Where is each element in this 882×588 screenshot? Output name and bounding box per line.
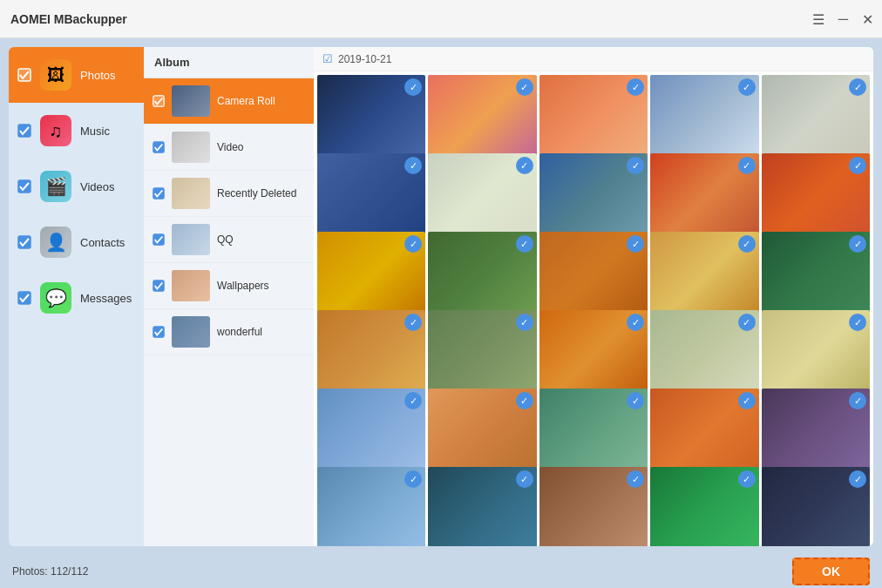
photo-cell[interactable]: ✓ [650,232,758,322]
main-container: 🖼 Photos ♫ Music 🎬 Videos 👤 Contacts [0,38,882,555]
album-item-camera-roll[interactable]: Camera Roll [144,78,314,125]
photo-grid-panel: ☑ 2019-10-21 ✓ ✓ ✓ ✓ ✓ ✓ ✓ ✓ [314,47,873,546]
photo-check-badge: ✓ [738,314,756,331]
photo-cell[interactable]: ✓ [317,389,425,479]
album-panel-header: Album [144,47,314,78]
photo-cell[interactable]: ✓ [539,232,648,322]
photo-check-badge: ✓ [516,392,533,409]
album-item-qq[interactable]: QQ [144,217,314,263]
photo-check-badge: ✓ [738,78,756,96]
photo-check-badge: ✓ [738,470,756,488]
photo-cell[interactable]: ✓ [762,467,870,546]
album-check-icon [153,95,165,107]
photo-cell[interactable]: ✓ [762,153,870,244]
album-check-icon [153,326,165,338]
photo-cell[interactable]: ✓ [650,310,758,401]
photo-cell[interactable]: ✓ [428,389,536,479]
app-title: AOMEI MBackupper [10,12,127,26]
sidebar-check-icon [17,235,31,249]
album-name-wallpapers: Wallpapers [217,280,305,292]
photo-cell[interactable]: ✓ [428,232,536,322]
photo-cell[interactable]: ✓ [317,232,425,322]
photo-grid: ✓ ✓ ✓ ✓ ✓ ✓ ✓ ✓ ✓ ✓ [314,71,873,546]
sidebar-item-photos[interactable]: 🖼 Photos [9,47,144,103]
photo-cell[interactable]: ✓ [539,75,648,166]
album-panel: Album Camera Roll Video Recently Deleted [144,47,314,546]
photo-cell[interactable]: ✓ [650,389,758,479]
photo-cell[interactable]: ✓ [428,467,536,546]
photo-cell[interactable]: ✓ [539,389,648,479]
status-text: Photos: 112/112 [12,565,88,578]
date-check-icon: ☑ [322,52,333,65]
close-button[interactable]: ✕ [862,10,873,27]
sidebar-item-icon-contacts: 👤 [40,226,71,258]
sidebar-item-label-videos: Videos [80,180,115,193]
photo-check-badge: ✓ [849,392,866,409]
sidebar-item-messages[interactable]: 💬 Messages [9,270,144,326]
photo-cell[interactable]: ✓ [539,467,648,546]
sidebar-check-icon [17,291,31,305]
photo-check-badge: ✓ [738,157,756,174]
sidebar-check-icon [17,68,31,82]
sidebar-check-icon [17,179,31,193]
sidebar: 🖼 Photos ♫ Music 🎬 Videos 👤 Contacts [9,47,144,546]
album-thumb-qq [172,224,210,255]
date-header: ☑ 2019-10-21 [314,47,873,71]
album-item-wallpapers[interactable]: Wallpapers [144,263,314,309]
photo-check-badge: ✓ [849,78,866,96]
minimize-button[interactable]: ─ [838,11,848,27]
album-name-camera-roll: Camera Roll [217,95,305,107]
sidebar-check-icon [17,124,31,138]
photo-cell[interactable]: ✓ [762,75,870,166]
sidebar-item-icon-videos: 🎬 [40,171,71,202]
album-name-qq: QQ [217,233,305,246]
album-name-wonderful: wonderful [217,326,305,338]
sidebar-item-label-photos: Photos [80,69,115,82]
photo-cell[interactable]: ✓ [317,75,425,166]
album-name-recently-deleted: Recently Deleted [217,187,305,199]
photo-check-badge: ✓ [849,157,866,174]
photo-cell[interactable]: ✓ [317,153,425,244]
date-label: 2019-10-21 [338,53,391,65]
photo-cell[interactable]: ✓ [428,153,536,244]
album-item-recently-deleted[interactable]: Recently Deleted [144,171,314,217]
photo-check-badge: ✓ [516,470,533,488]
sidebar-item-icon-messages: 💬 [40,282,71,314]
sidebar-item-icon-photos: 🖼 [40,59,71,91]
sidebar-item-label-contacts: Contacts [80,236,125,249]
photo-cell[interactable]: ✓ [428,310,536,401]
photo-check-badge: ✓ [849,470,866,488]
photo-check-badge: ✓ [516,314,533,331]
photo-cell[interactable]: ✓ [428,75,536,166]
photo-check-badge: ✓ [516,157,533,174]
status-bar: Photos: 112/112 OK [0,555,882,588]
photo-cell[interactable]: ✓ [539,153,648,244]
album-item-wonderful[interactable]: wonderful [144,309,314,355]
photo-cell[interactable]: ✓ [762,310,870,401]
photo-check-badge: ✓ [516,78,533,96]
photo-cell[interactable]: ✓ [650,467,758,546]
album-item-video[interactable]: Video [144,125,314,171]
album-name-video: Video [217,141,305,153]
photo-check-badge: ✓ [849,235,866,253]
album-check-icon [153,141,165,153]
sidebar-item-contacts[interactable]: 👤 Contacts [9,214,144,270]
sidebar-item-videos[interactable]: 🎬 Videos [9,159,144,214]
sidebar-item-music[interactable]: ♫ Music [9,103,144,159]
album-check-icon [153,187,165,199]
sidebar-item-label-music: Music [80,125,110,138]
photo-check-badge: ✓ [849,314,866,331]
photo-cell[interactable]: ✓ [650,75,758,166]
photo-cell[interactable]: ✓ [762,389,870,479]
photo-cell[interactable]: ✓ [317,467,425,546]
album-thumb-recently-deleted [172,178,210,209]
photo-cell[interactable]: ✓ [317,310,425,401]
sidebar-item-label-messages: Messages [80,292,132,305]
ok-button[interactable]: OK [792,558,870,585]
photo-cell[interactable]: ✓ [762,232,870,322]
photo-cell[interactable]: ✓ [539,310,648,401]
photo-check-badge: ✓ [738,235,756,253]
list-icon[interactable]: ☰ [812,10,824,27]
photo-check-badge: ✓ [738,392,756,409]
photo-cell[interactable]: ✓ [650,153,758,244]
